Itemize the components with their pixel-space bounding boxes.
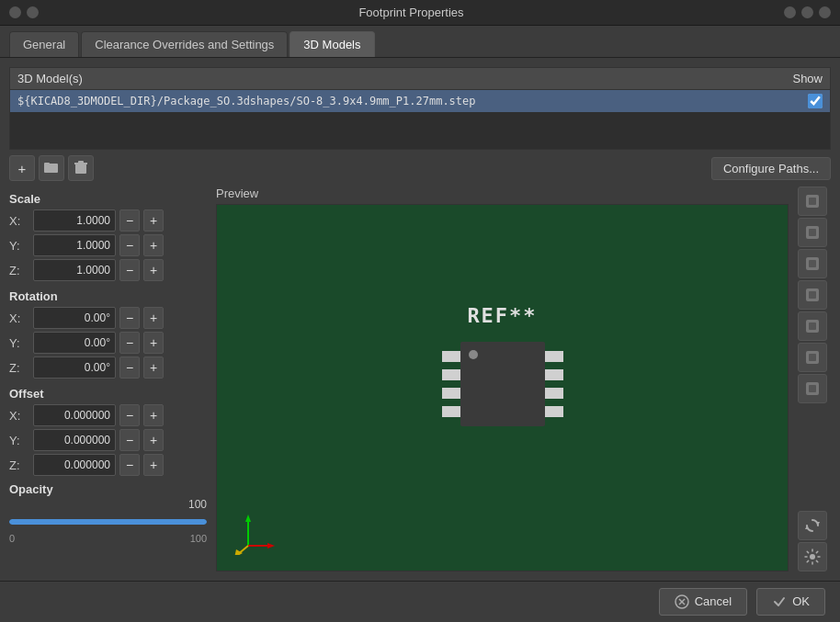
- view-btn-6[interactable]: [798, 343, 827, 372]
- svg-rect-5: [442, 351, 460, 362]
- scale-y-input[interactable]: [33, 234, 116, 256]
- svg-rect-7: [442, 388, 460, 399]
- svg-rect-10: [545, 369, 563, 380]
- offset-y-label: Y:: [9, 434, 29, 447]
- rotation-y-decrement[interactable]: −: [119, 332, 140, 354]
- offset-y-decrement[interactable]: −: [119, 429, 140, 451]
- right-toolbar: [798, 187, 831, 571]
- scale-y-label: Y:: [9, 239, 29, 253]
- offset-z-decrement[interactable]: −: [119, 454, 140, 476]
- rotation-y-input[interactable]: [33, 332, 116, 354]
- opacity-label: Opacity: [9, 482, 207, 496]
- lower-section: Scale X: − + Y: − + Z: − + Rotation: [9, 187, 831, 571]
- rotation-z-row: Z: − +: [9, 356, 207, 379]
- svg-rect-11: [545, 388, 563, 399]
- preview-area[interactable]: REF**: [216, 204, 789, 571]
- settings-button[interactable]: [798, 542, 827, 571]
- opacity-section: Opacity 100 0 100: [9, 482, 207, 544]
- offset-z-increment[interactable]: +: [143, 454, 164, 476]
- rotation-x-row: X: − +: [9, 307, 207, 329]
- title-right-btn3[interactable]: [819, 6, 831, 18]
- cancel-button[interactable]: Cancel: [659, 588, 747, 616]
- offset-x-decrement[interactable]: −: [119, 404, 140, 426]
- scale-x-increment[interactable]: +: [143, 209, 164, 232]
- svg-rect-8: [442, 406, 460, 417]
- trash-icon: [74, 160, 87, 177]
- scale-x-decrement[interactable]: −: [119, 209, 140, 232]
- rotation-x-decrement[interactable]: −: [119, 307, 140, 329]
- title-bar-right: [784, 6, 831, 18]
- view-btn-1[interactable]: [798, 187, 827, 216]
- offset-y-input[interactable]: [33, 429, 116, 451]
- rotation-x-increment[interactable]: +: [143, 307, 164, 329]
- model-row[interactable]: ${KICAD8_3DMODEL_DIR}/Package_SO.3dshape…: [10, 90, 830, 112]
- rotation-y-label: Y:: [9, 336, 29, 350]
- scale-label: Scale: [9, 192, 207, 206]
- scale-z-decrement[interactable]: −: [119, 259, 140, 281]
- rotation-z-decrement[interactable]: −: [119, 356, 140, 379]
- rotation-y-increment[interactable]: +: [143, 332, 164, 354]
- opacity-slider-container: [9, 513, 207, 531]
- tab-clearance[interactable]: Clearance Overrides and Settings: [81, 31, 288, 57]
- rotation-y-row: Y: − +: [9, 332, 207, 354]
- offset-x-label: X:: [9, 409, 29, 423]
- offset-z-input[interactable]: [33, 454, 116, 476]
- models-list: ${KICAD8_3DMODEL_DIR}/Package_SO.3dshape…: [9, 90, 831, 150]
- tab-3dmodels[interactable]: 3D Models: [289, 31, 374, 57]
- offset-label: Offset: [9, 387, 207, 401]
- title-right-btn2[interactable]: [801, 6, 813, 18]
- title-bar-controls: [9, 6, 39, 18]
- scale-y-increment[interactable]: +: [143, 234, 164, 256]
- opacity-max-label: 100: [190, 533, 207, 544]
- view-btn-7[interactable]: [798, 374, 827, 403]
- svg-rect-22: [809, 198, 816, 205]
- svg-marker-16: [245, 515, 251, 522]
- svg-rect-30: [809, 322, 816, 330]
- right-btn-spacer: [798, 405, 831, 509]
- offset-x-row: X: − +: [9, 404, 207, 426]
- show-label: Show: [792, 72, 823, 85]
- offset-x-input[interactable]: [33, 404, 116, 426]
- ic-chip-svg: [438, 334, 567, 472]
- svg-rect-6: [442, 369, 460, 380]
- view-btn-3[interactable]: [798, 249, 827, 278]
- configure-paths-button[interactable]: Configure Paths...: [711, 157, 831, 180]
- cancel-icon: [675, 594, 689, 609]
- refresh-button[interactable]: [798, 511, 827, 540]
- rotation-z-increment[interactable]: +: [143, 356, 164, 379]
- scale-x-input[interactable]: [33, 209, 116, 232]
- rotation-x-input[interactable]: [33, 307, 116, 329]
- scale-z-label: Z:: [9, 264, 29, 277]
- svg-rect-12: [545, 406, 563, 417]
- model-checkbox[interactable]: [808, 94, 823, 108]
- view-btn-4[interactable]: [798, 280, 827, 310]
- svg-rect-4: [74, 163, 87, 164]
- browse-model-button[interactable]: [39, 155, 64, 181]
- svg-rect-34: [809, 385, 816, 392]
- svg-point-37: [810, 554, 815, 560]
- minimize-button[interactable]: [27, 6, 39, 18]
- title-right-btn1[interactable]: [784, 6, 796, 18]
- tab-general[interactable]: General: [9, 31, 79, 57]
- cancel-label: Cancel: [695, 594, 732, 608]
- scale-z-increment[interactable]: +: [143, 259, 164, 281]
- scale-z-input[interactable]: [33, 259, 116, 281]
- scale-y-decrement[interactable]: −: [119, 234, 140, 256]
- main-content: 3D Model(s) Show ${KICAD8_3DMODEL_DIR}/P…: [0, 58, 840, 581]
- ok-button[interactable]: OK: [756, 588, 825, 616]
- rotation-label: Rotation: [9, 289, 207, 303]
- delete-model-button[interactable]: [68, 155, 94, 181]
- close-button[interactable]: [9, 6, 21, 18]
- add-model-button[interactable]: +: [9, 155, 35, 181]
- offset-y-increment[interactable]: +: [143, 429, 164, 451]
- rotation-z-input[interactable]: [33, 356, 116, 379]
- models-title: 3D Model(s): [17, 72, 83, 85]
- svg-point-14: [469, 350, 478, 359]
- model-path: ${KICAD8_3DMODEL_DIR}/Package_SO.3dshape…: [17, 95, 800, 107]
- opacity-min-label: 0: [9, 533, 15, 544]
- rotation-z-label: Z:: [9, 361, 29, 375]
- offset-x-increment[interactable]: +: [143, 404, 164, 426]
- view-btn-5[interactable]: [798, 311, 827, 341]
- view-btn-2[interactable]: [798, 218, 827, 247]
- models-toolbar-left: +: [9, 155, 94, 181]
